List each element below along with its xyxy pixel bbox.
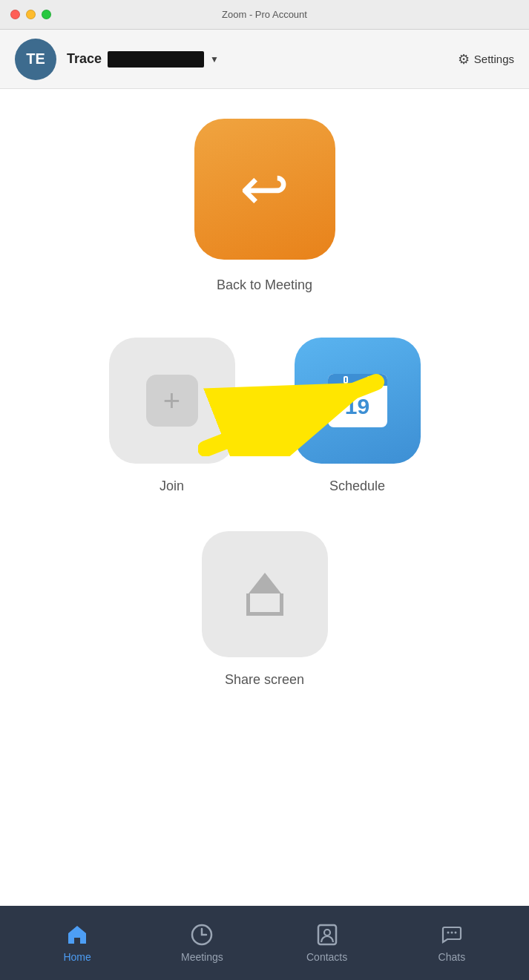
svg-point-7 [454, 932, 456, 934]
chats-icon [440, 923, 464, 947]
cal-ring-right [367, 376, 372, 384]
user-info: Trace ▼ [67, 51, 219, 68]
dropdown-arrow-icon[interactable]: ▼ [210, 54, 219, 65]
nav-label-meetings: Meetings [181, 951, 223, 963]
share-box-icon [246, 593, 283, 616]
schedule-item: 19 Schedule [295, 338, 421, 494]
calendar-day: 19 [345, 395, 369, 418]
back-to-meeting-label: Back to Meeting [217, 277, 312, 293]
meetings-icon [190, 923, 214, 947]
close-button[interactable] [10, 10, 20, 19]
nav-item-contacts[interactable]: Contacts [265, 923, 390, 963]
settings-label: Settings [474, 53, 514, 65]
nav-label-contacts: Contacts [306, 951, 347, 963]
header: TE Trace ▼ ⚙ Settings [0, 30, 529, 89]
calendar-body: 19 [345, 386, 369, 427]
svg-point-4 [324, 930, 330, 935]
schedule-label: Schedule [329, 479, 385, 494]
svg-point-5 [447, 932, 449, 934]
window-title: Zoom - Pro Account [222, 9, 307, 20]
contacts-icon [315, 923, 339, 947]
nav-item-home[interactable]: Home [15, 923, 139, 963]
svg-point-6 [450, 932, 453, 934]
gear-icon: ⚙ [458, 51, 470, 68]
redacted-name [108, 51, 204, 68]
join-label: Join [160, 479, 184, 494]
share-icon-wrap [246, 573, 283, 616]
join-button[interactable]: + [109, 338, 235, 464]
nav-item-meetings[interactable]: Meetings [139, 923, 264, 963]
plus-icon: + [163, 386, 180, 415]
bottom-nav: Home Meetings Contacts Chats [0, 906, 529, 980]
share-screen-button[interactable] [202, 531, 328, 657]
nav-label-home: Home [63, 951, 91, 963]
share-screen-label: Share screen [225, 672, 304, 688]
share-screen-item: Share screen [202, 531, 328, 688]
schedule-button[interactable]: 19 [295, 338, 421, 464]
back-to-meeting-section: ↩ Back to Meeting [194, 119, 335, 293]
plus-inner: + [146, 375, 198, 427]
action-row-1: + Join 19 Schedule [109, 338, 421, 494]
calendar-header [328, 374, 387, 386]
title-bar: Zoom - Pro Account [0, 0, 529, 30]
home-icon [65, 923, 89, 947]
join-item: + Join [109, 338, 235, 494]
main-content: ↩ Back to Meeting + Join [0, 89, 529, 906]
cal-ring-left [344, 376, 348, 384]
settings-button[interactable]: ⚙ Settings [458, 51, 514, 68]
minimize-button[interactable] [26, 10, 36, 19]
user-name: Trace [67, 51, 102, 67]
window-controls [10, 10, 51, 19]
back-to-meeting-button[interactable]: ↩ [194, 119, 335, 260]
avatar: TE [15, 39, 56, 80]
maximize-button[interactable] [42, 10, 51, 19]
back-arrow-icon: ↩ [240, 160, 289, 219]
share-up-arrow-icon [249, 573, 281, 593]
action-row-2: Share screen [202, 531, 328, 688]
nav-item-chats[interactable]: Chats [390, 923, 514, 963]
nav-label-chats: Chats [438, 951, 466, 963]
calendar-icon: 19 [328, 374, 387, 427]
